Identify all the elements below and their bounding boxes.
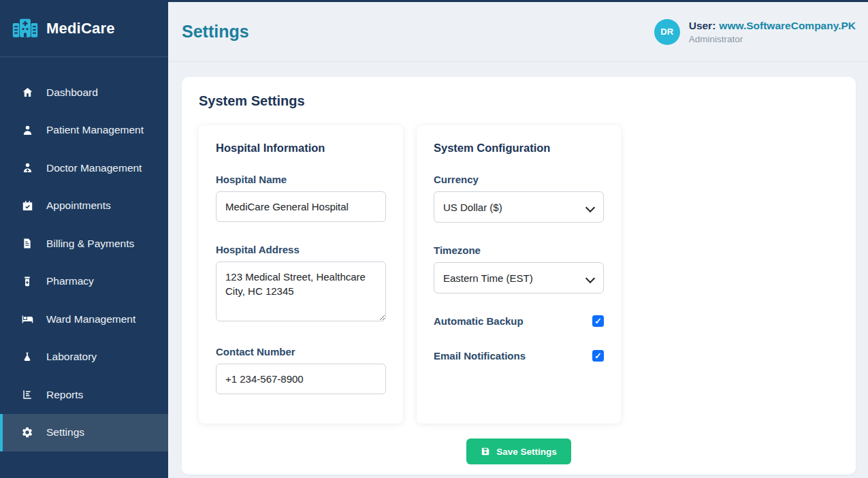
automatic-backup-label: Automatic Backup	[434, 315, 524, 327]
doctor-icon	[20, 162, 34, 174]
user-line: User:www.SoftwareCompany.PK	[689, 20, 856, 32]
patient-icon	[20, 125, 34, 136]
section-title: System Settings	[199, 93, 839, 109]
sidebar-item-appointments[interactable]: Appointments	[0, 187, 168, 225]
sidebar-item-billing-payments[interactable]: Billing & Payments	[0, 225, 168, 263]
hospital-name-input[interactable]	[216, 191, 386, 222]
page-title: Settings	[182, 22, 249, 42]
system-configuration-panel: System Configuration Currency US Dollar …	[417, 125, 621, 424]
bed-icon	[20, 313, 34, 325]
system-configuration-title: System Configuration	[434, 142, 604, 155]
sidebar-item-label: Appointments	[46, 200, 111, 212]
main: System Settings Hospital Information Hos…	[168, 62, 868, 475]
sidebar-item-label: Dashboard	[46, 86, 98, 99]
flask-icon	[20, 351, 34, 363]
timezone-group: Timezone Eastern Time (EST)	[434, 244, 604, 293]
save-row: Save Settings	[199, 439, 839, 464]
contact-number-input[interactable]	[216, 364, 386, 394]
sidebar-item-reports[interactable]: Reports	[0, 376, 168, 414]
sidebar-item-label: Patient Management	[46, 124, 144, 136]
prescription-bottle-icon	[20, 276, 34, 287]
hospital-address-group: Hospital Address 123 Medical Street, Hea…	[216, 244, 386, 324]
topbar: Settings DR User:www.SoftwareCompany.PK …	[168, 2, 868, 62]
save-settings-label: Save Settings	[496, 447, 557, 457]
content-area: Settings DR User:www.SoftwareCompany.PK …	[168, 0, 868, 478]
hospital-address-textarea[interactable]: 123 Medical Street, Healthcare City, HC …	[216, 261, 386, 321]
automatic-backup-row: Automatic Backup ✓	[434, 315, 604, 327]
hospital-name-label: Hospital Name	[216, 174, 386, 185]
brand-name: MediCare	[46, 20, 115, 37]
user-prefix: User:	[689, 20, 716, 31]
home-icon	[20, 86, 34, 98]
hospital-logo-icon	[12, 16, 38, 41]
invoice-dollar-icon	[20, 238, 34, 249]
email-notifications-checkbox[interactable]: ✓	[592, 350, 604, 362]
gear-icon	[20, 426, 34, 439]
currency-group: Currency US Dollar ($)	[434, 174, 604, 223]
currency-select[interactable]: US Dollar ($)	[434, 191, 604, 223]
sidebar-menu: Dashboard Patient Management Doctor Mana…	[0, 57, 168, 451]
sidebar: MediCare Dashboard Patient Management Do…	[0, 0, 168, 478]
sidebar-item-label: Billing & Payments	[46, 238, 134, 250]
settings-panels: Hospital Information Hospital Name Hospi…	[199, 125, 839, 424]
sidebar-item-label: Ward Management	[46, 313, 135, 325]
sidebar-item-dashboard[interactable]: Dashboard	[0, 74, 168, 112]
sidebar-item-settings[interactable]: Settings	[0, 414, 168, 452]
timezone-label: Timezone	[434, 244, 604, 256]
timezone-select-wrap: Eastern Time (EST)	[434, 262, 604, 293]
timezone-select[interactable]: Eastern Time (EST)	[434, 262, 604, 293]
email-notifications-row: Email Notifications ✓	[434, 350, 604, 362]
sidebar-item-ward-management[interactable]: Ward Management	[0, 300, 168, 338]
avatar[interactable]: DR	[654, 19, 680, 45]
sidebar-item-label: Settings	[46, 426, 84, 439]
automatic-backup-checkbox[interactable]: ✓	[592, 315, 604, 327]
user-name: www.SoftwareCompany.PK	[719, 20, 856, 31]
user-role: Administrator	[689, 34, 856, 44]
email-notifications-label: Email Notifications	[434, 350, 526, 362]
calendar-check-icon	[20, 200, 34, 212]
sidebar-item-label: Reports	[46, 389, 83, 401]
system-settings-card: System Settings Hospital Information Hos…	[182, 77, 856, 475]
chart-bars-icon	[20, 389, 34, 400]
save-icon	[481, 447, 490, 456]
hospital-name-group: Hospital Name	[216, 174, 386, 222]
user-info: User:www.SoftwareCompany.PK Administrato…	[689, 20, 856, 44]
hospital-information-title: Hospital Information	[216, 142, 386, 155]
save-settings-button[interactable]: Save Settings	[466, 439, 571, 464]
currency-label: Currency	[434, 174, 604, 185]
sidebar-item-pharmacy[interactable]: Pharmacy	[0, 263, 168, 301]
sidebar-item-label: Pharmacy	[46, 275, 94, 287]
sidebar-item-doctor-management[interactable]: Doctor Management	[0, 149, 168, 187]
brand: MediCare	[0, 0, 168, 57]
currency-select-wrap: US Dollar ($)	[434, 191, 604, 223]
hospital-information-panel: Hospital Information Hospital Name Hospi…	[199, 125, 403, 424]
sidebar-item-label: Doctor Management	[46, 162, 142, 174]
contact-number-label: Contact Number	[216, 346, 386, 357]
hospital-address-label: Hospital Address	[216, 244, 386, 255]
sidebar-item-label: Laboratory	[46, 351, 97, 363]
user-block[interactable]: DR User:www.SoftwareCompany.PK Administr…	[654, 19, 856, 45]
sidebar-item-patient-management[interactable]: Patient Management	[0, 112, 168, 150]
sidebar-item-laboratory[interactable]: Laboratory	[0, 338, 168, 377]
contact-number-group: Contact Number	[216, 346, 386, 394]
